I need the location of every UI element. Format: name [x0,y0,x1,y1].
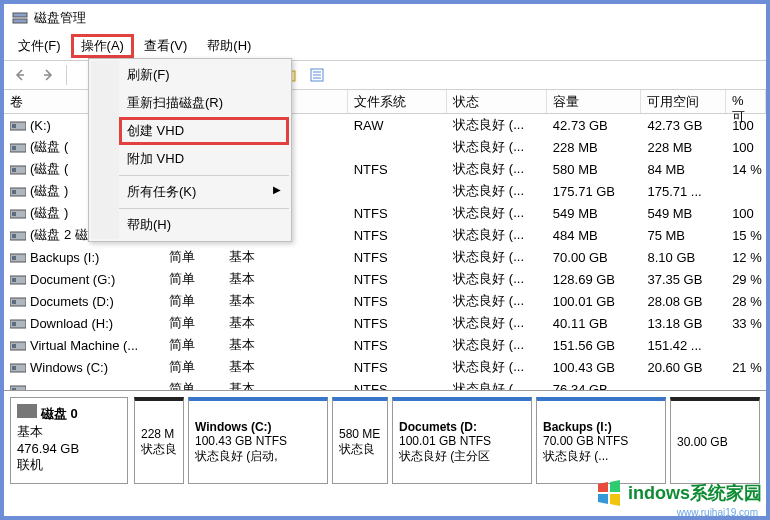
dropdown-all-tasks[interactable]: 所有任务(K)▶ [119,178,289,206]
partition-status: 状态良好 (... [543,448,659,465]
table-row[interactable]: Documets (D:) 简单 基本 NTFS 状态良好 (... 100.0… [4,290,766,312]
dropdown-help[interactable]: 帮助(H) [119,211,289,239]
cell-capacity: 228 MB [547,139,642,156]
watermark-text: indows系统家园 [628,481,762,505]
dropdown-attach-vhd[interactable]: 附加 VHD [119,145,289,173]
nav-back-button[interactable] [8,63,32,87]
column-percent[interactable]: % 可 [726,90,766,113]
dropdown-refresh[interactable]: 刷新(F) [119,61,289,89]
svg-rect-29 [12,344,16,348]
column-capacity[interactable]: 容量 [547,90,642,113]
cell-free: 228 MB [641,139,726,156]
menubar: 文件(F) 操作(A) 查看(V) 帮助(H) [4,32,766,60]
cell-status: 状态良好 (... [447,269,547,289]
partition[interactable]: 580 ME状态良 [332,397,388,484]
partition-size: 228 M [141,427,177,441]
dropdown-separator [119,208,289,209]
cell-free: 42.73 GB [641,117,726,134]
disk-type: 基本 [17,423,121,441]
menu-file[interactable]: 文件(F) [8,34,71,58]
cell-filesystem: NTFS [348,249,448,266]
disk-0-label[interactable]: 磁盘 0 基本 476.94 GB 联机 [10,397,128,484]
table-row[interactable]: Windows (C:) 简单 基本 NTFS 状态良好 (... 100.43… [4,356,766,378]
cell-free: 37.35 GB [641,271,726,288]
volume-icon [10,142,26,154]
cell-filesystem: NTFS [348,359,448,376]
table-row[interactable]: Backups (I:) 简单 基本 NTFS 状态良好 (... 70.00 … [4,246,766,268]
table-row[interactable]: Download (H:) 简单 基本 NTFS 状态良好 (... 40.11… [4,312,766,334]
dropdown-create-vhd[interactable]: 创建 VHD [119,117,289,145]
windows-logo-icon [596,480,622,506]
column-free[interactable]: 可用空间 [641,90,726,113]
cell-percent: 29 % [726,271,766,288]
cell-status: 状态良好 (... [447,357,547,377]
action-dropdown-menu: 刷新(F) 重新扫描磁盘(R) 创建 VHD 附加 VHD 所有任务(K)▶ 帮… [88,58,292,242]
partition[interactable]: Backups (I:)70.00 GB NTFS状态良好 (... [536,397,666,484]
cell-status: 状态良好 (... [447,181,547,201]
cell-status: 状态良好 (... [447,335,547,355]
properties-icon[interactable] [305,63,329,87]
cell-filesystem: NTFS [348,227,448,244]
cell-type: 基本 [223,379,348,390]
cell-capacity: 42.73 GB [547,117,642,134]
nav-forward-button[interactable] [36,63,60,87]
disk-status: 联机 [17,456,121,474]
cell-percent [726,344,766,346]
cell-percent: 100 [726,117,766,134]
cell-volume: Download (H:) [4,315,163,332]
volume-icon [10,120,26,132]
column-filesystem[interactable]: 文件系统 [348,90,448,113]
volume-icon [10,230,26,242]
cell-percent: 100 [726,205,766,222]
cell-layout: 简单 [163,269,223,289]
cell-type: 基本 [223,357,348,377]
partition[interactable]: 228 M状态良 [134,397,184,484]
cell-capacity: 76.34 GB [547,381,642,391]
svg-rect-0 [13,13,27,17]
cell-layout: 简单 [163,247,223,267]
cell-capacity: 484 MB [547,227,642,244]
cell-capacity: 549 MB [547,205,642,222]
disk-name: 磁盘 0 [41,406,78,421]
cell-capacity: 151.56 GB [547,337,642,354]
dropdown-separator [119,175,289,176]
volume-icon [10,252,26,264]
cell-filesystem: NTFS [348,205,448,222]
partition[interactable]: Windows (C:)100.43 GB NTFS状态良好 (启动, [188,397,328,484]
cell-free: 28.08 GB [641,293,726,310]
cell-type: 基本 [223,313,348,333]
cell-filesystem: RAW [348,117,448,134]
cell-volume: Document (G:) [4,271,163,288]
cell-layout: 简单 [163,379,223,390]
cell-percent: 33 % [726,315,766,332]
dropdown-rescan[interactable]: 重新扫描磁盘(R) [119,89,289,117]
cell-capacity: 70.00 GB [547,249,642,266]
cell-status: 状态良好 (... [447,137,547,157]
table-row[interactable]: Virtual Machine (... 简单 基本 NTFS 状态良好 (..… [4,334,766,356]
cell-filesystem: NTFS [348,315,448,332]
cell-percent: 21 % [726,359,766,376]
cell-filesystem: NTFS [348,293,448,310]
menu-view[interactable]: 查看(V) [134,34,197,58]
partition[interactable]: 30.00 GB [670,397,760,484]
disk-mgmt-icon [12,10,28,26]
partition-size: 100.43 GB NTFS [195,434,321,448]
svg-rect-19 [12,234,16,238]
cell-volume: Windows (C:) [4,359,163,376]
column-status[interactable]: 状态 [447,90,547,113]
partition[interactable]: Documets (D:100.01 GB NTFS状态良好 (主分区 [392,397,532,484]
partition-size: 70.00 GB NTFS [543,434,659,448]
cell-free: 8.10 GB [641,249,726,266]
partition-title: Windows (C:) [195,420,321,434]
svg-rect-27 [12,322,16,326]
menu-help[interactable]: 帮助(H) [197,34,261,58]
svg-rect-9 [12,124,16,128]
cell-filesystem: NTFS [348,271,448,288]
cell-type: 基本 [223,269,348,289]
table-row[interactable]: Document (G:) 简单 基本 NTFS 状态良好 (... 128.6… [4,268,766,290]
svg-rect-23 [12,278,16,282]
volume-icon [10,362,26,374]
menu-action[interactable]: 操作(A) [71,34,134,58]
cell-layout: 简单 [163,291,223,311]
table-row[interactable]: 简单 基本 NTFS 状态良好 (... 76.34 GB [4,378,766,390]
